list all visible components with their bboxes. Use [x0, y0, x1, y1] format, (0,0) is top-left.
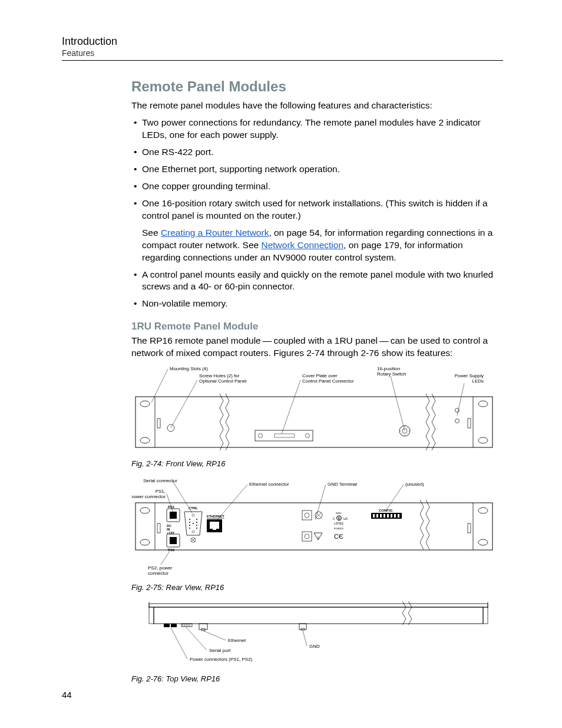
callout-cover-l2: Control Panel Connector [302, 378, 354, 384]
svg-rect-108 [199, 624, 207, 630]
svg-rect-16 [157, 419, 160, 428]
svg-point-10 [140, 401, 150, 407]
figure-2-74: Mounting Slots (4) Screw Holes (2) forOp… [131, 364, 497, 468]
svg-line-30 [407, 433, 408, 434]
svg-text:!: ! [318, 535, 319, 541]
svg-rect-111 [301, 628, 305, 630]
svg-rect-98 [149, 607, 154, 624]
svg-rect-51 [170, 512, 177, 519]
callout-screw-holes-l2: Optional Control Panel [199, 378, 247, 384]
svg-rect-100 [164, 624, 170, 627]
svg-line-113 [303, 631, 307, 646]
panel-label-config: CONFIG [379, 509, 393, 512]
svg-line-5 [171, 380, 197, 428]
figure-2-75: Serial connector PS1,power connector Eth… [131, 476, 497, 592]
svg-text:Cover Plate overControl Panel : Cover Plate overControl Panel Connector [302, 373, 354, 384]
panel-label-ps1: PS1 [168, 505, 175, 509]
svg-point-63 [196, 525, 197, 526]
svg-rect-22 [275, 434, 295, 437]
header-chapter: Introduction [62, 35, 503, 48]
svg-point-42 [140, 508, 150, 513]
callout-gnd: GND Terminal [328, 482, 357, 487]
svg-point-11 [140, 437, 150, 443]
callout-leds-l2: LEDs [472, 378, 484, 384]
list-item-text: One 16-position rotary switch used for n… [142, 198, 488, 220]
header-section: Features [62, 48, 503, 58]
callout-unused: (unused) [405, 482, 424, 487]
svg-rect-101 [171, 624, 177, 627]
svg-rect-85 [376, 514, 378, 518]
section-intro: The remote panel modules have the follow… [131, 100, 503, 112]
svg-rect-73 [302, 532, 312, 541]
svg-text:PS1,power connector: PS1,power connector [131, 489, 166, 499]
page-number: 44 [62, 690, 72, 700]
list-item: A control panel mounts easily and quickl… [131, 269, 503, 294]
svg-rect-90 [394, 514, 396, 518]
svg-point-33 [455, 409, 459, 413]
svg-text:PS2, powerconnector: PS2, powerconnector [148, 565, 173, 576]
svg-point-43 [140, 539, 150, 545]
svg-line-115 [171, 628, 187, 659]
svg-text:E140405: E140405 [334, 527, 344, 530]
svg-point-21 [306, 434, 310, 438]
svg-point-13 [478, 437, 488, 443]
svg-rect-54 [170, 537, 177, 544]
svg-line-29 [401, 427, 402, 429]
list-item: Non-volatile memory. [131, 298, 503, 310]
callout-leds-l1: Power Supply [455, 373, 484, 378]
list-item: One copper grounding terminal. [131, 180, 503, 193]
figure-2-76: Ethernet GND Serial port Power connector… [131, 600, 497, 683]
xref-link[interactable]: Creating a Router Network [161, 228, 269, 238]
svg-point-57 [189, 519, 190, 520]
svg-line-92 [161, 551, 170, 565]
svg-text:LISTED: LISTED [334, 522, 344, 525]
svg-point-59 [189, 525, 190, 526]
panel-label-ps2: PS2 [168, 548, 175, 552]
svg-text:DCIN+12V: DCIN+12V [167, 524, 174, 535]
svg-rect-9 [135, 397, 492, 447]
svg-point-12 [478, 401, 488, 407]
svg-rect-88 [387, 514, 389, 518]
svg-point-74 [305, 534, 309, 539]
svg-rect-41 [135, 503, 492, 550]
svg-rect-86 [380, 514, 382, 518]
running-header: Introduction Features [62, 35, 503, 61]
section-title: Remote Panel Modules [131, 78, 503, 95]
figure-caption: Fig. 2-74: Front View, RP16 [131, 459, 497, 468]
svg-text:CЄ: CЄ [334, 533, 343, 540]
svg-point-44 [478, 508, 488, 513]
svg-line-8 [457, 383, 464, 416]
svg-line-7 [391, 376, 405, 431]
callout-ethernet: Ethernet connector [249, 482, 289, 487]
list-item-subtext: See Creating a Router Network, on page 5… [142, 227, 503, 264]
svg-rect-83 [371, 513, 402, 519]
list-item: Two power connections for redundancy. Th… [131, 117, 503, 141]
svg-rect-89 [391, 514, 392, 518]
svg-rect-17 [468, 419, 471, 428]
svg-line-112 [203, 631, 226, 640]
svg-rect-70 [302, 510, 312, 520]
svg-text:N432: N432 [336, 512, 342, 515]
svg-rect-19 [255, 430, 313, 441]
svg-point-64 [196, 528, 197, 529]
panel-label-ethernet: ETHERNET [207, 515, 224, 518]
feature-list: Two power connections for redundancy. Th… [131, 117, 503, 310]
svg-text:C: C [333, 517, 335, 521]
svg-line-6 [282, 380, 300, 434]
svg-rect-94 [149, 604, 488, 607]
callout-ethernet: Ethernet [228, 638, 246, 643]
list-item: One 16-position rotary switch used for n… [131, 197, 503, 264]
xref-link[interactable]: Network Connection [261, 240, 343, 250]
svg-point-56 [192, 531, 194, 533]
svg-point-62 [196, 522, 197, 523]
svg-text:Ⓤ: Ⓤ [336, 515, 342, 521]
svg-line-4 [151, 369, 168, 403]
svg-point-71 [305, 513, 309, 518]
callout-rotary-l2: Rotary Switch [377, 371, 406, 377]
list-item: One RS-422 port. [131, 146, 503, 159]
svg-rect-97 [154, 607, 483, 624]
svg-point-34 [455, 419, 459, 423]
svg-rect-99 [483, 607, 488, 624]
svg-text:US: US [343, 517, 348, 521]
svg-point-65 [193, 523, 194, 524]
